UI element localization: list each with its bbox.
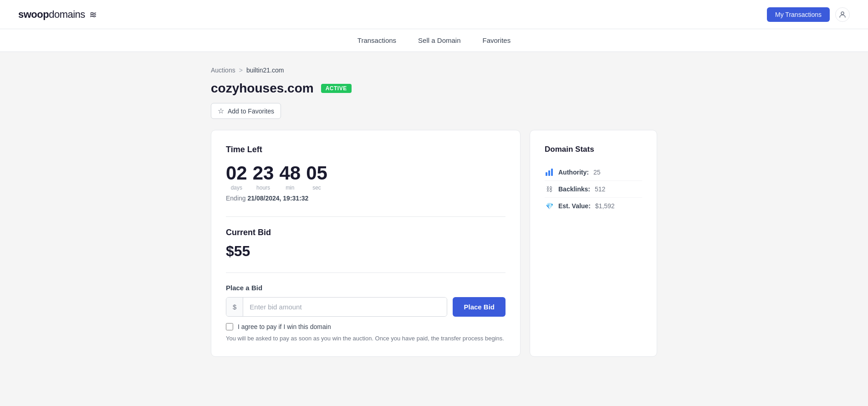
est-value-label: Est. Value: bbox=[558, 202, 591, 210]
time-left-title: Time Left bbox=[226, 145, 505, 154]
logo-wind-icon: ≋ bbox=[89, 10, 97, 20]
logo-light: domains bbox=[49, 9, 85, 20]
logo: swoopdomains ≋ bbox=[18, 9, 97, 21]
place-bid-title: Place a Bid bbox=[226, 284, 505, 292]
current-bid-title: Current Bid bbox=[226, 228, 505, 237]
countdown-sec: 05 sec bbox=[306, 164, 327, 191]
stat-row-est-value: 💎 Est. Value: $1,592 bbox=[545, 198, 642, 214]
bid-dollar-sign: $ bbox=[226, 298, 243, 316]
authority-label: Authority: bbox=[558, 169, 589, 176]
bid-input-container: $ Place Bid bbox=[226, 297, 505, 317]
chain-link-icon: ⛓ bbox=[546, 185, 552, 193]
gem-icon: 💎 bbox=[546, 202, 553, 210]
domain-status-badge: ACTIVE bbox=[321, 84, 352, 93]
backlinks-icon: ⛓ bbox=[545, 185, 554, 193]
agree-checkbox-label[interactable]: I agree to pay if I win this domain bbox=[238, 323, 331, 330]
agree-checkbox[interactable] bbox=[226, 323, 233, 330]
auction-main-card: Time Left 02 days 23 hours 48 min 05 sec bbox=[211, 130, 521, 357]
est-value-value: $1,592 bbox=[595, 202, 615, 210]
logo-bold: swoop bbox=[18, 9, 49, 20]
countdown-sec-value: 05 bbox=[306, 164, 327, 183]
nav-favorites[interactable]: Favorites bbox=[483, 36, 511, 44]
backlinks-value: 512 bbox=[595, 185, 605, 193]
user-account-icon[interactable] bbox=[835, 7, 850, 22]
current-bid-amount: $55 bbox=[226, 243, 505, 260]
main-nav: Transactions Sell a Domain Favorites bbox=[0, 29, 868, 52]
countdown-timer: 02 days 23 hours 48 min 05 sec bbox=[226, 164, 505, 191]
domain-title-row: cozyhouses.com ACTIVE bbox=[211, 81, 657, 96]
my-transactions-button[interactable]: My Transactions bbox=[767, 7, 830, 22]
nav-sell-domain[interactable]: Sell a Domain bbox=[418, 36, 460, 44]
nav-transactions[interactable]: Transactions bbox=[357, 36, 396, 44]
favorites-button-label: Add to Favorites bbox=[228, 108, 274, 115]
add-to-favorites-button[interactable]: ☆ Add to Favorites bbox=[211, 103, 281, 119]
backlinks-label: Backlinks: bbox=[558, 185, 590, 193]
countdown-days-label: days bbox=[231, 185, 242, 191]
countdown-hours-value: 23 bbox=[253, 164, 274, 183]
header: swoopdomains ≋ My Transactions bbox=[0, 0, 868, 29]
countdown-hours-label: hours bbox=[256, 185, 270, 191]
breadcrumb-current: builtin21.com bbox=[246, 67, 284, 74]
ending-date: 21/08/2024, 19:31:32 bbox=[247, 195, 308, 202]
disclaimer-text: You will be asked to pay as soon as you … bbox=[226, 335, 505, 342]
place-bid-button[interactable]: Place Bid bbox=[453, 297, 505, 317]
countdown-days: 02 days bbox=[226, 164, 247, 191]
domain-name: cozyhouses.com bbox=[211, 81, 314, 96]
bar-chart-icon bbox=[546, 169, 553, 176]
countdown-min-value: 48 bbox=[279, 164, 301, 183]
ending-text: Ending 21/08/2024, 19:31:32 bbox=[226, 195, 505, 202]
domain-stats-card: Domain Stats Authority: 25 ⛓ Bac bbox=[530, 130, 657, 357]
countdown-min: 48 min bbox=[279, 164, 301, 191]
authority-value: 25 bbox=[593, 169, 601, 176]
breadcrumb-auctions-link[interactable]: Auctions bbox=[211, 67, 235, 74]
authority-icon bbox=[545, 169, 554, 176]
svg-point-0 bbox=[841, 12, 844, 15]
content-grid: Time Left 02 days 23 hours 48 min 05 sec bbox=[211, 130, 657, 357]
bid-amount-input[interactable] bbox=[243, 298, 447, 316]
divider-2 bbox=[226, 272, 505, 273]
breadcrumb-separator: > bbox=[239, 67, 243, 74]
countdown-sec-label: sec bbox=[312, 185, 321, 191]
breadcrumb: Auctions > builtin21.com bbox=[211, 67, 657, 74]
main-content: Auctions > builtin21.com cozyhouses.com … bbox=[202, 67, 666, 357]
header-right: My Transactions bbox=[767, 7, 850, 22]
bid-field-wrapper: $ bbox=[226, 297, 447, 317]
domain-stats-title: Domain Stats bbox=[545, 145, 642, 154]
stat-row-backlinks: ⛓ Backlinks: 512 bbox=[545, 181, 642, 198]
countdown-hours: 23 hours bbox=[253, 164, 274, 191]
divider-1 bbox=[226, 216, 505, 217]
stat-row-authority: Authority: 25 bbox=[545, 164, 642, 181]
est-value-icon: 💎 bbox=[545, 202, 554, 210]
agree-checkbox-row: I agree to pay if I win this domain bbox=[226, 323, 505, 330]
star-icon: ☆ bbox=[218, 107, 224, 115]
countdown-days-value: 02 bbox=[226, 164, 247, 183]
countdown-min-label: min bbox=[286, 185, 294, 191]
